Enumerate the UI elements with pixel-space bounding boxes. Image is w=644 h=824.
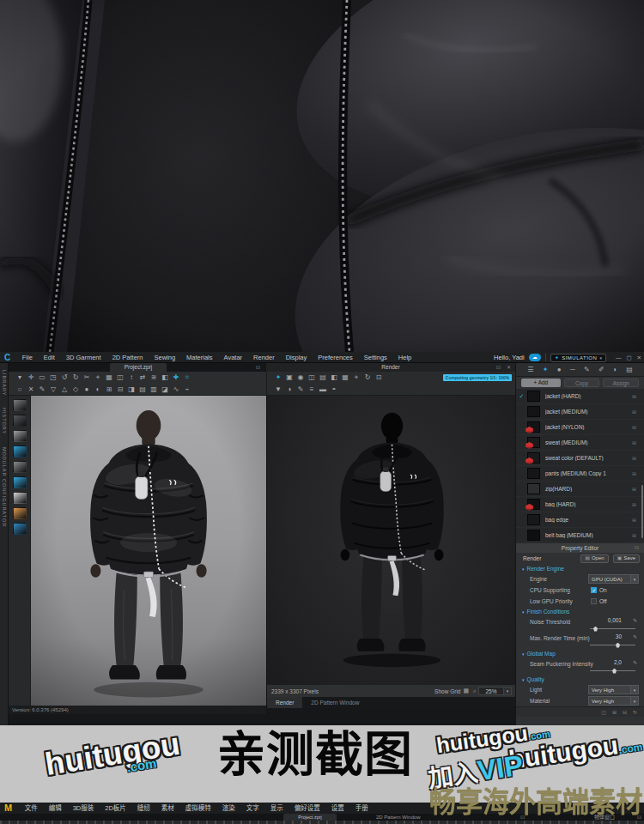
render-tool-icon-7[interactable]: ▦	[340, 373, 350, 383]
close-icon[interactable]: ✕	[637, 352, 641, 363]
garment-tool-b-icon-12[interactable]: ▤	[137, 385, 148, 395]
line-icon[interactable]: ─	[570, 364, 575, 376]
edit-pencil-icon[interactable]: ✎	[633, 659, 637, 665]
row-link-icon[interactable]: ⊞	[632, 455, 636, 461]
library-item-1[interactable]	[13, 399, 27, 411]
max-render-time-slider[interactable]	[590, 645, 635, 646]
render-tool-icon-10[interactable]: ⊡	[374, 373, 384, 383]
layout-icon[interactable]: ◫	[601, 709, 606, 715]
section-render-engine[interactable]: ▾ Render Engine	[516, 564, 644, 573]
garment-tool-icon-13[interactable]: ≋	[149, 373, 159, 383]
noise-threshold-value[interactable]: 0,001	[608, 617, 622, 623]
library-item-2[interactable]	[13, 415, 27, 427]
clo-butterfly-icon[interactable]: ✦	[543, 364, 549, 376]
object-row-zip-hard[interactable]: zip(HARD)⊞	[516, 482, 644, 497]
max-render-time-value[interactable]: 30	[616, 633, 622, 639]
render-tool-icon-3[interactable]: ◉	[295, 373, 306, 383]
md-menu-文字[interactable]: 文字	[240, 803, 264, 814]
object-row-jacket-hard[interactable]: ✓jacket (HARD)⊞	[516, 389, 644, 404]
garment-tool-b-icon-10[interactable]: ⊟	[115, 385, 125, 395]
save-button[interactable]: ▣ Save	[613, 554, 640, 563]
dock-tab-library[interactable]: LIBRARY	[2, 370, 7, 396]
garment-tool-icon-1[interactable]: ▾	[15, 373, 25, 383]
row-link-icon[interactable]: ⊞	[632, 409, 636, 415]
garment-tool-b-icon-15[interactable]: ∿	[171, 385, 181, 395]
marvelous-designer-logo[interactable]: M	[4, 803, 12, 814]
md-menu-渲染[interactable]: 渲染	[216, 803, 240, 814]
simulation-mode-button[interactable]: ✦ SIMULATION ▾	[550, 354, 606, 362]
expand-icon[interactable]: ⊞	[612, 709, 617, 715]
render-tool-b-icon-5[interactable]: ▬	[318, 385, 328, 395]
garment-tool-b-icon-7[interactable]: ●	[82, 385, 92, 395]
seam-puckering-value[interactable]: 2,0	[614, 659, 622, 665]
object-row-jacket-medium[interactable]: jacket (MEDIUM)⊞	[516, 404, 644, 420]
3d-garment-viewport[interactable]	[31, 396, 266, 706]
popup-window-icon[interactable]: ⊡	[496, 363, 501, 372]
edit-pencil-icon[interactable]: ✎	[633, 633, 637, 639]
garment-tool-b-icon-16[interactable]: ⌁	[182, 385, 192, 395]
garment-tool-icon-3[interactable]: ▭	[37, 373, 47, 383]
render-tool-b-icon-3[interactable]: ✎	[295, 385, 306, 395]
garment-tool-icon-4[interactable]: ◳	[48, 373, 58, 383]
render-tool-b-icon-1[interactable]: ▼	[273, 385, 283, 395]
pattern-window-title[interactable]: 2D Pattern Window	[376, 814, 421, 821]
render-tool-icon-1[interactable]: ✦	[273, 373, 283, 383]
render-tool-icon-2[interactable]: ▣	[284, 373, 295, 383]
row-link-icon[interactable]: ⊞	[632, 424, 636, 430]
garment-tool-b-icon-6[interactable]: ◇	[70, 385, 81, 395]
menu-sewing[interactable]: Sewing	[149, 352, 181, 363]
render-tool-icon-8[interactable]: ⌖	[351, 373, 361, 383]
library-item-9[interactable]	[13, 523, 27, 535]
md-menu-文件[interactable]: 文件	[19, 803, 43, 814]
object-row-bag-edge[interactable]: bag edge⊞	[516, 512, 644, 528]
render-tool-icon-9[interactable]: ↻	[362, 373, 373, 383]
garment-tool-b-icon-11[interactable]: ◨	[126, 385, 137, 395]
row-link-icon[interactable]: ⊞	[632, 517, 636, 523]
close-icon[interactable]: ✕	[507, 363, 511, 372]
cpu-supporting-checkbox[interactable]: On	[591, 587, 644, 593]
md-project-tab[interactable]: Project.zprj	[283, 814, 337, 821]
garment-tool-icon-6[interactable]: ↻	[70, 373, 81, 383]
project-tab[interactable]: Project.zprj	[110, 363, 167, 372]
collapse-icon[interactable]: ⊟	[623, 709, 627, 715]
popup-window-icon[interactable]: ⊡	[635, 543, 639, 552]
menu-display[interactable]: Display	[280, 352, 313, 363]
library-item-6[interactable]	[13, 476, 27, 488]
add-button[interactable]: + Add	[521, 379, 561, 387]
row-link-icon[interactable]: ⊞	[632, 486, 636, 492]
light-dropdown[interactable]: Very High ▾	[588, 685, 639, 694]
md-menu-编辑[interactable]: 编辑	[43, 803, 67, 814]
render-tool-icon-4[interactable]: ◫	[307, 373, 317, 383]
minimize-icon[interactable]: —	[616, 352, 622, 363]
tab-render[interactable]: Render	[267, 697, 302, 708]
object-row-bag-hard[interactable]: bag (HARD)⊞	[516, 497, 644, 512]
md-menu-素材[interactable]: 素材	[155, 803, 179, 814]
menu-3d-garment[interactable]: 3D Garment	[60, 352, 106, 363]
render-tool-b-icon-4[interactable]: ≡	[307, 385, 317, 395]
garment-tool-b-icon-14[interactable]: ◪	[160, 385, 170, 395]
list-icon[interactable]: ▤	[626, 364, 633, 376]
garment-tool-icon-5[interactable]: ↺	[59, 373, 70, 383]
md-menu-显示[interactable]: 显示	[264, 803, 289, 814]
row-link-icon[interactable]: ⊞	[632, 393, 636, 399]
scrollbar[interactable]	[641, 485, 643, 538]
menu-icon[interactable]: ☰	[527, 364, 533, 376]
garment-tool-icon-11[interactable]: ↕	[126, 373, 137, 383]
engine-dropdown[interactable]: GPU (CUDA) ▾	[588, 574, 639, 584]
library-item-7[interactable]	[13, 492, 27, 504]
garment-tool-b-icon-2[interactable]: ✕	[26, 385, 36, 395]
garment-tool-b-icon-13[interactable]: ▥	[149, 385, 159, 395]
render-tool-icon-5[interactable]: ▤	[318, 373, 328, 383]
garment-tool-icon-15[interactable]: ✚	[171, 373, 181, 383]
garment-tool-icon-9[interactable]: ▦	[104, 373, 114, 383]
pe-render-tab[interactable]: Render	[516, 555, 580, 561]
row-link-icon[interactable]: ⊞	[632, 470, 636, 476]
slider-thumb[interactable]	[616, 643, 620, 648]
garment-tool-icon-14[interactable]: ◧	[160, 373, 170, 383]
md-menu-2d板片[interactable]: 2D板片	[100, 803, 132, 814]
low-gpu-priority-checkbox[interactable]: Off	[591, 598, 644, 604]
garment-tool-icon-10[interactable]: ◫	[115, 373, 125, 383]
grid-icon[interactable]: ▦	[463, 688, 469, 694]
md-menu-设置[interactable]: 设置	[325, 803, 349, 814]
library-item-8[interactable]	[13, 507, 27, 519]
